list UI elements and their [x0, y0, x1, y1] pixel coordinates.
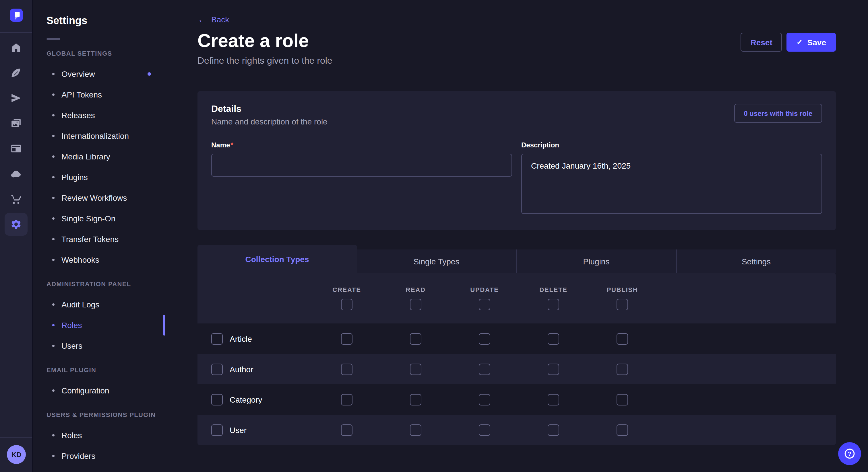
marketplace-icon[interactable] [5, 188, 28, 210]
reset-button[interactable]: Reset [741, 33, 782, 52]
avatar[interactable]: KD [7, 445, 26, 464]
category-update-checkbox[interactable] [479, 394, 490, 405]
sidebar-item-plugins[interactable]: Plugins [33, 167, 165, 188]
tab-settings[interactable]: Settings [676, 249, 836, 273]
article-read-checkbox[interactable] [410, 333, 422, 344]
user-publish-checkbox[interactable] [617, 424, 628, 436]
table-row-category: Category [197, 384, 836, 415]
sidebar-item-configuration[interactable]: Configuration [33, 380, 165, 401]
sidebar-item-label: Plugins [61, 173, 88, 182]
sidebar-item-providers[interactable]: Providers [33, 446, 165, 466]
content-manager-icon[interactable] [5, 137, 28, 160]
row-checkbox-author[interactable] [211, 363, 223, 375]
column-update: UPDATE [450, 286, 519, 310]
sidebar-item-review-workflows[interactable]: Review Workflows [33, 188, 165, 208]
sidebar-item-internationalization[interactable]: Internationalization [33, 126, 165, 146]
sidebar-item-label: Providers [61, 451, 95, 461]
sidebar-item-audit-logs[interactable]: Audit Logs [33, 294, 165, 315]
sidebar-item-overview[interactable]: Overview [33, 64, 165, 84]
sidebar-item-transfer-tokens[interactable]: Transfer Tokens [33, 229, 165, 249]
author-create-checkbox[interactable] [341, 363, 352, 375]
section-label-global-settings: GLOBAL SETTINGS [46, 50, 165, 57]
row-label: Article [229, 334, 252, 343]
description-field-group: Description Created January 16th, 2025 [521, 141, 822, 216]
bullet-icon [52, 73, 55, 75]
email-plugin-list: Configuration [33, 380, 165, 401]
select-all-delete-checkbox[interactable] [548, 299, 559, 310]
column-delete: DELETE [519, 286, 588, 310]
article-update-checkbox[interactable] [479, 333, 490, 344]
category-publish-checkbox[interactable] [617, 394, 628, 405]
sidebar-item-label: Overview [61, 69, 95, 78]
permissions-table-header: CREATE READ UPDATE DELETE PUBLISH [197, 273, 836, 324]
sidebar-item-users[interactable]: Users [33, 336, 165, 356]
app-window: KD Settings GLOBAL SETTINGS Overview API… [0, 0, 868, 472]
author-publish-checkbox[interactable] [617, 363, 628, 375]
author-read-checkbox[interactable] [410, 363, 422, 375]
row-label-cell: Article [197, 333, 312, 344]
help-button[interactable]: ? [838, 442, 861, 465]
article-create-checkbox[interactable] [341, 333, 352, 344]
details-card-titles: Details Name and description of the role [211, 104, 328, 126]
row-checkbox-category[interactable] [211, 394, 223, 405]
name-label: Name* [211, 141, 512, 149]
section-label-administration-panel: ADMINISTRATION PANEL [46, 280, 165, 287]
home-icon[interactable] [5, 36, 28, 59]
required-asterisk: * [230, 141, 233, 149]
article-publish-checkbox[interactable] [617, 333, 628, 344]
tab-collection-types[interactable]: Collection Types [197, 245, 357, 273]
description-textarea[interactable]: Created January 16th, 2025 [521, 154, 822, 214]
sidebar-item-roles-admin[interactable]: Roles [33, 315, 165, 336]
row-checkbox-article[interactable] [211, 333, 223, 344]
users-with-role-button[interactable]: 0 users with this role [734, 104, 822, 123]
bullet-icon [52, 114, 55, 116]
select-all-publish-checkbox[interactable] [617, 299, 628, 310]
user-delete-checkbox[interactable] [548, 424, 559, 436]
author-delete-checkbox[interactable] [548, 363, 559, 375]
table-row-user: User [197, 415, 836, 445]
category-create-checkbox[interactable] [341, 394, 352, 405]
select-all-create-checkbox[interactable] [341, 299, 352, 310]
sidebar-item-roles-up[interactable]: Roles [33, 425, 165, 446]
user-create-checkbox[interactable] [341, 424, 352, 436]
row-label-cell: Author [197, 363, 312, 375]
user-update-checkbox[interactable] [479, 424, 490, 436]
rail-bottom-divider [0, 437, 32, 438]
page-subtitle: Define the rights given to the role [197, 56, 332, 66]
question-mark-icon: ? [843, 447, 856, 460]
cloud-icon[interactable] [5, 162, 28, 185]
strapi-logo[interactable] [10, 9, 23, 22]
sidebar-item-label: Review Workflows [61, 193, 127, 202]
section-label-email-plugin: EMAIL PLUGIN [46, 367, 165, 373]
category-read-checkbox[interactable] [410, 394, 422, 405]
sidebar-item-media-library[interactable]: Media Library [33, 146, 165, 167]
select-all-read-checkbox[interactable] [410, 299, 422, 310]
name-input[interactable] [211, 154, 512, 177]
select-all-update-checkbox[interactable] [479, 299, 490, 310]
sidebar-item-label: Webhooks [61, 255, 99, 264]
tab-plugins[interactable]: Plugins [516, 249, 676, 273]
deploy-icon[interactable] [5, 87, 28, 109]
sidebar-item-label: Audit Logs [61, 300, 99, 309]
tab-single-types[interactable]: Single Types [357, 249, 516, 273]
category-delete-checkbox[interactable] [548, 394, 559, 405]
page-header-text: Create a role Define the rights given to… [197, 32, 332, 66]
sidebar-item-api-tokens[interactable]: API Tokens [33, 84, 165, 105]
row-label: Author [229, 365, 253, 374]
global-settings-list: Overview API Tokens Releases Internation… [33, 64, 165, 270]
sidebar-item-label: Roles [61, 321, 82, 330]
sidebar-item-single-sign-on[interactable]: Single Sign-On [33, 208, 165, 229]
row-checkbox-user[interactable] [211, 424, 223, 436]
details-subtitle: Name and description of the role [211, 117, 328, 126]
article-delete-checkbox[interactable] [548, 333, 559, 344]
sidebar-item-releases[interactable]: Releases [33, 105, 165, 126]
content-type-builder-icon[interactable] [5, 61, 28, 84]
settings-icon[interactable] [5, 213, 28, 236]
media-library-icon[interactable] [5, 112, 28, 135]
sidebar-item-webhooks[interactable]: Webhooks [33, 249, 165, 270]
back-link[interactable]: ← Back [197, 15, 229, 24]
bullet-icon [52, 135, 55, 137]
user-read-checkbox[interactable] [410, 424, 422, 436]
save-button[interactable]: ✓ Save [787, 33, 836, 52]
author-update-checkbox[interactable] [479, 363, 490, 375]
